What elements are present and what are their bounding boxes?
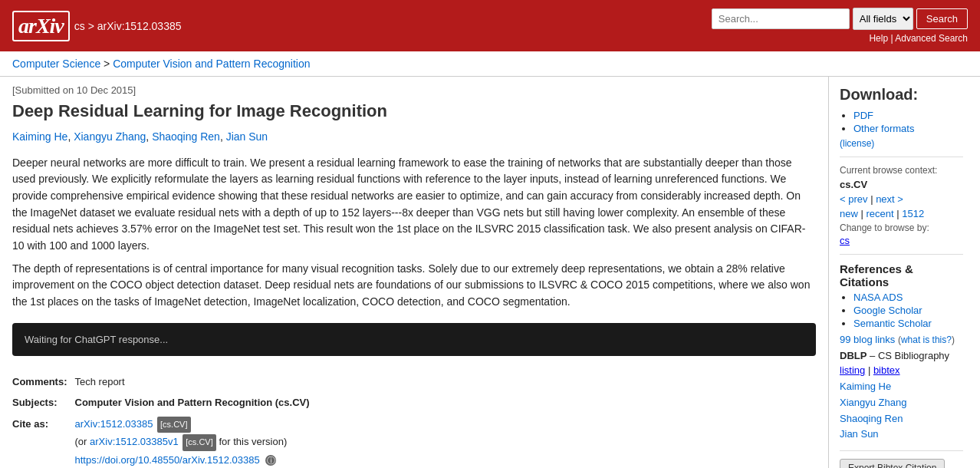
comments-label: Comments: <box>12 371 75 392</box>
abstract-p1: Deeper neural networks are more difficul… <box>12 155 816 255</box>
browse-by-link-container: cs <box>840 235 963 246</box>
search-button[interactable]: Search <box>916 8 968 29</box>
download-list: PDF Other formats <box>840 110 963 134</box>
sub-header: Computer Science > Computer Vision and P… <box>0 51 980 77</box>
help-link[interactable]: Help <box>869 33 888 44</box>
current-browse-label: Current browse context: <box>840 165 963 176</box>
recent-link[interactable]: recent <box>866 208 893 219</box>
browse-links: < prev | next > <box>840 193 963 205</box>
submission-date: [Submitted on 10 Dec 2015] <box>12 84 816 96</box>
doi-link[interactable]: https://doi.org/10.48550/arXiv.1512.0338… <box>75 454 260 466</box>
divider-2 <box>840 254 963 255</box>
google-scholar-link[interactable]: Google Scholar <box>853 305 922 316</box>
browse-by: Change to browse by: <box>840 222 963 233</box>
cite-version-text: for this version) <box>219 436 287 447</box>
comments-value: Tech report <box>75 371 310 392</box>
cite-label: Cite as: <box>12 414 75 468</box>
arxiv-logo[interactable]: arXiv <box>12 11 70 41</box>
header-links: Help | Advanced Search <box>869 33 968 44</box>
author-jian-sun[interactable]: Jian Sun <box>226 130 268 143</box>
google-scholar-item: Google Scholar <box>853 305 963 316</box>
chatgpt-box: Waiting for ChatGPT response... <box>12 323 816 356</box>
search-row: All fields Title Author Abstract Search <box>712 8 968 30</box>
search-input[interactable] <box>712 8 850 29</box>
cite-v1-link[interactable]: arXiv:1512.03385v1 <box>90 436 179 447</box>
header-breadcrumb: cs > arXiv:1512.03385 <box>74 20 182 32</box>
prev-link[interactable]: < prev <box>840 193 868 205</box>
metadata-cite-row: Cite as: arXiv:1512.03385 [cs.CV] (or ar… <box>12 414 310 468</box>
browse-by-cs-link[interactable]: cs <box>840 235 850 246</box>
new-link[interactable]: new <box>840 208 858 219</box>
info-icon: ⓘ <box>265 455 276 466</box>
license-link[interactable]: (license) <box>840 138 874 149</box>
pdf-list-item: PDF <box>853 110 963 121</box>
dblp-bibtex-link[interactable]: bibtex <box>873 364 900 376</box>
abstract: Deeper neural networks are more difficul… <box>12 155 816 311</box>
semantic-scholar-link[interactable]: Semantic Scholar <box>853 318 932 329</box>
paper-title: Deep Residual Learning for Image Recogni… <box>12 101 816 123</box>
chatgpt-status: Waiting for ChatGPT response... <box>25 334 168 345</box>
subjects-label: Subjects: <box>12 392 75 413</box>
export-bibtex-button[interactable]: Export Bibtex Citation <box>840 459 945 468</box>
field-select[interactable]: All fields Title Author Abstract <box>853 8 913 30</box>
cite-arxiv-link[interactable]: arXiv:1512.03385 <box>75 418 153 430</box>
browse-context: cs.CV <box>840 179 963 190</box>
browse-links-2: new | recent | 1512 <box>840 208 963 219</box>
author-links: Kaiming He Xiangyu Zhang Shaoqing Ren Ji… <box>840 379 963 443</box>
cite-value: arXiv:1512.03385 [cs.CV] (or arXiv:1512.… <box>75 414 310 468</box>
sidebar-author1-link[interactable]: Kaiming He <box>840 379 963 395</box>
next-link[interactable]: next > <box>876 193 903 205</box>
cite-badge: [cs.CV] <box>157 417 190 433</box>
other-formats-list-item: Other formats <box>853 123 963 134</box>
sidebar-author4-link[interactable]: Jian Sun <box>840 427 963 443</box>
subjects-value: Computer Vision and Pattern Recognition … <box>75 392 310 413</box>
header-left: arXiv cs > arXiv:1512.03385 <box>12 11 182 41</box>
refs-list: NASA ADS Google Scholar Semantic Scholar <box>840 292 963 329</box>
divider-1 <box>840 157 963 157</box>
authors: Kaiming He, Xiangyu Zhang, Shaoqing Ren,… <box>12 130 816 143</box>
nasa-ads-link[interactable]: NASA ADS <box>853 292 903 303</box>
dblp-line: DBLP – CS Bibliography <box>840 350 963 361</box>
dblp-links: listing | bibtex <box>840 364 963 376</box>
nasa-ads-item: NASA ADS <box>853 292 963 303</box>
sidebar: Download: PDF Other formats (license) Cu… <box>828 77 974 468</box>
metadata: Comments: Tech report Subjects: Computer… <box>12 371 816 468</box>
cs-breadcrumb-link[interactable]: Computer Science <box>12 58 100 70</box>
header: arXiv cs > arXiv:1512.03385 All fields T… <box>0 0 980 51</box>
license-link-container: (license) <box>840 137 963 149</box>
other-formats-link[interactable]: Other formats <box>853 123 914 134</box>
blog-links: 99 blog links (what is this?) <box>840 334 963 345</box>
content: [Submitted on 10 Dec 2015] Deep Residual… <box>0 77 828 468</box>
cv-breadcrumb-link[interactable]: Computer Vision and Pattern Recognition <box>113 58 310 70</box>
what-is-this-link[interactable]: what is this? <box>901 335 952 345</box>
download-title: Download: <box>840 86 963 104</box>
advanced-search-link[interactable]: Advanced Search <box>895 33 968 44</box>
author-kaiming-he[interactable]: Kaiming He <box>12 130 67 143</box>
refs-title: References & Citations <box>840 262 963 288</box>
cite-v1-badge: [cs.CV] <box>183 434 215 451</box>
header-right: All fields Title Author Abstract Search … <box>712 8 968 44</box>
dblp-listing-link[interactable]: listing <box>840 364 865 376</box>
divider-3 <box>840 450 963 451</box>
metadata-comments-row: Comments: Tech report <box>12 371 310 392</box>
year-link[interactable]: 1512 <box>902 208 924 219</box>
pdf-link[interactable]: PDF <box>853 110 873 121</box>
author-shaoqing-ren[interactable]: Shaoqing Ren <box>152 130 220 143</box>
breadcrumb-separator: > <box>104 58 113 70</box>
blog-links-count-link[interactable]: 99 blog links <box>840 334 895 345</box>
author-xiangyu-zhang[interactable]: Xiangyu Zhang <box>74 130 146 143</box>
sidebar-author3-link[interactable]: Shaoqing Ren <box>840 411 963 427</box>
main-layout: [Submitted on 10 Dec 2015] Deep Residual… <box>0 77 980 468</box>
sidebar-author2-link[interactable]: Xiangyu Zhang <box>840 395 963 411</box>
abstract-p2: The depth of representations is of centr… <box>12 261 816 311</box>
metadata-subjects-row: Subjects: Computer Vision and Pattern Re… <box>12 392 310 413</box>
semantic-scholar-item: Semantic Scholar <box>853 318 963 329</box>
what-is-this: (what is this?) <box>898 335 955 345</box>
